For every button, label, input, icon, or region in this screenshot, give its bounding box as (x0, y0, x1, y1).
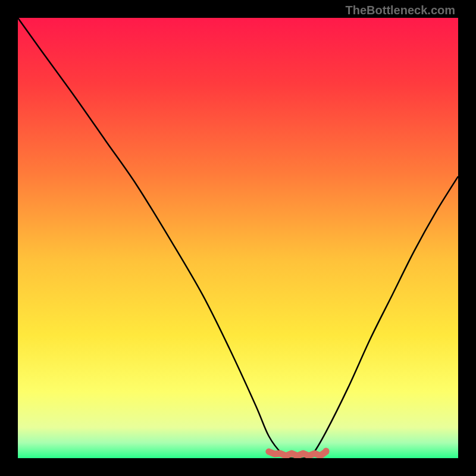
bottleneck-chart (18, 18, 458, 458)
gradient-background (18, 18, 458, 458)
plot-area (18, 18, 458, 458)
watermark-text: TheBottleneck.com (346, 4, 455, 17)
